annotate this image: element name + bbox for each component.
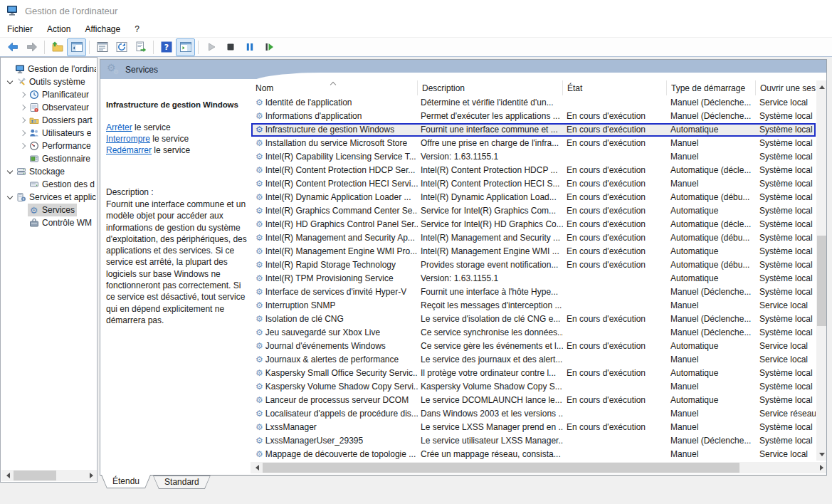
scroll-down-arrow[interactable] — [816, 449, 827, 461]
scroll-right-arrow[interactable] — [86, 470, 98, 481]
up-one-level-button[interactable] — [48, 38, 67, 56]
cell-logon-as: Service local — [756, 299, 816, 313]
cell-description: Dans Windows 2003 et les versions ... — [418, 407, 563, 421]
tree-item-stockage[interactable]: Stockage — [1, 165, 96, 178]
table-row-lxssmanageruser-29395[interactable]: ⚙LxssManagerUser_29395Le service utilisa… — [251, 434, 816, 448]
scrollbar-thumb[interactable] — [263, 463, 739, 473]
table-row-journal-d-v-nements-windows[interactable]: ⚙Journal d'événements WindowsCe service … — [251, 340, 816, 353]
table-row-lanceur-de-processus-serveur-dcom[interactable]: ⚙Lanceur de processus serveur DCOMLe ser… — [251, 394, 816, 407]
table-row-intel-r-dynamic-application-loader[interactable]: ⚙Intel(R) Dynamic Application Loader ...… — [251, 191, 816, 204]
table-row-installation-du-service-microsoft-store[interactable]: ⚙Installation du service Microsoft Store… — [251, 137, 816, 150]
table-row-intel-r-management-and-security-ap[interactable]: ⚙Intel(R) Management and Security Ap...I… — [251, 231, 816, 245]
tree-item-dossiers-part[interactable]: Dossiers part — [1, 114, 96, 127]
chevron-down-icon[interactable] — [4, 167, 15, 177]
resume-service-button[interactable] — [259, 38, 278, 56]
service-action-suffix: le service — [150, 134, 189, 144]
cell-startup-type: Automatique (débu... — [667, 231, 756, 245]
menu-bar: FichierActionAffichage? — [0, 21, 832, 38]
list-vertical-scrollbar[interactable] — [816, 80, 827, 461]
chevron-right-icon[interactable] — [17, 128, 28, 138]
show-action-pane-button[interactable] — [176, 38, 195, 56]
scrollbar-thumb[interactable] — [817, 236, 827, 326]
chevron-down-icon[interactable] — [4, 192, 15, 202]
table-row-kaspersky-volume-shadow-copy-servi[interactable]: ⚙Kaspersky Volume Shadow Copy Servi...Ka… — [251, 380, 816, 394]
column-header-logon-as[interactable]: Ouvrir une ses — [756, 80, 816, 95]
show-console-tree-button[interactable] — [67, 38, 86, 56]
export-list-button[interactable] — [131, 38, 150, 56]
chevron-right-icon[interactable] — [17, 90, 28, 100]
menu-item-help[interactable]: ? — [127, 21, 147, 37]
scroll-up-arrow[interactable] — [816, 80, 827, 92]
scroll-right-arrow[interactable] — [816, 462, 827, 473]
service-gear-icon: ⚙ — [256, 409, 263, 419]
local-users-icon — [28, 128, 39, 138]
column-header-status[interactable]: État — [563, 80, 667, 95]
tree-item-planificateur[interactable]: Planificateur — [1, 88, 96, 101]
tree-item-performance[interactable]: Performance — [1, 140, 96, 152]
table-row-intel-r-content-protection-heci-servi[interactable]: ⚙Intel(R) Content Protection HECI Servi.… — [251, 177, 816, 191]
tab-etendu[interactable]: Étendu — [101, 475, 151, 488]
tree-item-observateur[interactable]: Observateur — [1, 101, 96, 114]
table-row-interface-de-services-d-invit-hyper-v[interactable]: ⚙Interface de services d'invité Hyper-VF… — [251, 285, 816, 299]
tab-standard[interactable]: Standard — [153, 476, 211, 489]
scroll-left-arrow[interactable] — [1, 470, 13, 481]
chevron-right-icon[interactable] — [17, 115, 28, 125]
forward-button[interactable] — [22, 38, 41, 56]
table-row-intel-r-content-protection-hdcp-ser[interactable]: ⚙Intel(R) Content Protection HDCP Ser...… — [251, 164, 816, 177]
table-row-localisateur-d-appels-de-proc-dure-dis[interactable]: ⚙Localisateur d'appels de procédure dis.… — [251, 407, 816, 421]
stop-service-button[interactable] — [221, 38, 240, 56]
scrollbar-thumb[interactable] — [14, 471, 56, 481]
table-row-intel-r-capability-licensing-service-t[interactable]: ⚙Intel(R) Capability Licensing Service T… — [251, 150, 816, 164]
menu-item-fichier[interactable]: Fichier — [0, 21, 40, 37]
table-row-infrastructure-de-gestion-windows[interactable]: ⚙Infrastructure de gestion WindowsFourni… — [251, 123, 816, 137]
menu-item-action[interactable]: Action — [40, 21, 78, 37]
tree-item-services[interactable]: ⚙Services — [1, 204, 96, 216]
menu-item-affichage[interactable]: Affichage — [78, 21, 127, 37]
table-row-mappage-de-d-couverte-de-topologie[interactable]: ⚙Mappage de découverte de topologie ...C… — [251, 448, 816, 461]
snapin-title: Services — [125, 65, 158, 75]
table-row-intel-r-tpm-provisioning-service[interactable]: ⚙Intel(R) TPM Provisioning ServiceVersio… — [251, 272, 816, 285]
refresh-button[interactable] — [112, 38, 131, 56]
start-service-button[interactable] — [201, 38, 221, 56]
table-row-isolation-de-cl-cng[interactable]: ⚙Isolation de clé CNGLe service d'isolat… — [251, 313, 816, 326]
column-header-name[interactable]: Nom — [251, 80, 418, 95]
cell-name: Intel(R) Content Protection HDCP Ser... — [265, 164, 416, 177]
help-button[interactable]: ? — [157, 38, 176, 56]
tree-item-utilisateurs-e[interactable]: Utilisateurs e — [1, 127, 96, 140]
table-row-intel-r-graphics-command-center-se[interactable]: ⚙Intel(R) Graphics Command Center Se...S… — [251, 204, 816, 218]
chevron-right-icon[interactable] — [17, 103, 28, 112]
tree-item-services-et-applic[interactable]: Services et applic — [1, 191, 96, 204]
tree-item-gestion-de-l-ordinate[interactable]: Gestion de l'ordinate — [1, 63, 96, 75]
back-button[interactable] — [3, 38, 22, 56]
column-header-description[interactable]: Description — [418, 80, 563, 95]
tree-item-outils-syst-me[interactable]: Outils système — [1, 75, 96, 88]
column-header-startup-type[interactable]: Type de démarrage — [667, 80, 756, 95]
service-action-link-interrompre[interactable]: Interrompre — [106, 134, 150, 144]
cell-status — [563, 353, 667, 367]
scroll-left-arrow[interactable] — [251, 462, 262, 473]
tree-item-gestion-des-d[interactable]: Gestion des d — [1, 178, 96, 191]
table-row-intel-r-hd-graphics-control-panel-ser[interactable]: ⚙Intel(R) HD Graphics Control Panel Ser.… — [251, 218, 816, 231]
properties-button[interactable] — [93, 38, 112, 56]
table-row-jeu-sauvegard-sur-xbox-live[interactable]: ⚙Jeu sauvegardé sur Xbox LiveCe service … — [251, 326, 816, 340]
service-action-link-red-marrer[interactable]: Redémarrer — [106, 145, 152, 155]
pause-service-button[interactable] — [240, 38, 259, 56]
cell-logon-as: Système local — [756, 380, 816, 394]
tree-item-contr-le-wm[interactable]: Contrôle WM — [1, 216, 96, 229]
table-row-kaspersky-small-office-security-servic[interactable]: ⚙Kaspersky Small Office Security Servic.… — [251, 367, 816, 380]
table-row-journaux-alertes-de-performance[interactable]: ⚙Journaux & alertes de performanceLe ser… — [251, 353, 816, 367]
table-row-lxssmanager[interactable]: ⚙LxssManagerLe service LXSS Manager pren… — [251, 421, 816, 434]
table-row-identit-de-l-application[interactable]: ⚙Identité de l'applicationDétermine et v… — [251, 96, 816, 110]
tree-horizontal-scrollbar[interactable] — [1, 470, 98, 481]
list-horizontal-scrollbar[interactable] — [251, 462, 827, 473]
tree-item-gestionnaire[interactable]: Gestionnaire — [1, 152, 96, 165]
table-row-interruption-snmp[interactable]: ⚙Interruption SNMPReçoit les messages d'… — [251, 299, 816, 313]
cell-name: Intel(R) Management Engine WMI Pro... — [265, 245, 417, 258]
table-row-intel-r-management-engine-wmi-pro[interactable]: ⚙Intel(R) Management Engine WMI Pro...In… — [251, 245, 816, 258]
service-action-link-arr-ter[interactable]: Arrêter — [106, 122, 132, 132]
table-row-intel-r-rapid-storage-technology[interactable]: ⚙Intel(R) Rapid Storage TechnologyProvid… — [251, 258, 816, 272]
chevron-down-icon[interactable] — [4, 77, 15, 87]
table-row-informations-d-application[interactable]: ⚙Informations d'applicationPermet d'exéc… — [251, 110, 816, 123]
chevron-right-icon[interactable] — [17, 141, 28, 151]
cell-status: En cours d'exécution — [563, 367, 667, 380]
